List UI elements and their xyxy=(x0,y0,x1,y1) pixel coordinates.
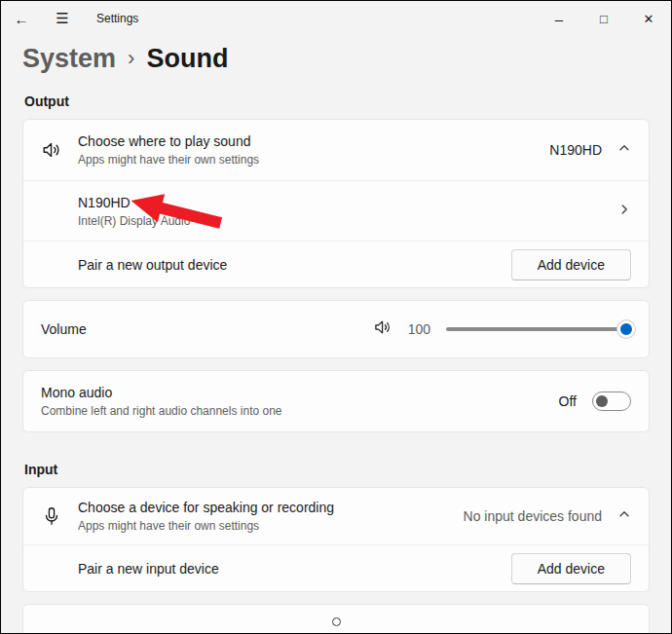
output-section-header: Output xyxy=(24,93,648,109)
minimize-button[interactable]: – xyxy=(537,1,581,36)
breadcrumb: System › Sound xyxy=(22,44,650,74)
output-device-description: Intel(R) Display Audio xyxy=(78,214,190,228)
menu-button[interactable]: ☰ xyxy=(42,2,83,35)
chevron-up-icon[interactable] xyxy=(617,507,631,525)
pair-input-row: Pair a new input device Add device xyxy=(23,544,649,591)
choose-input-text: Choose a device for speaking or recordin… xyxy=(78,500,334,533)
titlebar: ← ☰ Settings – □ ✕ xyxy=(1,1,671,36)
window-title: Settings xyxy=(96,12,138,25)
volume-card: Volume 100 xyxy=(22,300,650,358)
pair-output-label: Pair a new output device xyxy=(78,257,227,273)
mono-audio-toggle[interactable] xyxy=(592,392,631,411)
microphone-icon xyxy=(41,505,78,527)
minimize-icon: – xyxy=(555,11,563,27)
breadcrumb-system[interactable]: System xyxy=(22,44,116,74)
output-device-card: Choose where to play sound Apps might ha… xyxy=(22,119,650,288)
input-device-card: Choose a device for speaking or recordin… xyxy=(22,487,650,592)
partial-card xyxy=(22,604,650,634)
partial-icon xyxy=(332,617,341,626)
volume-slider[interactable] xyxy=(446,319,631,339)
choose-output-row[interactable]: Choose where to play sound Apps might ha… xyxy=(23,120,649,180)
mono-audio-title: Mono audio xyxy=(41,385,282,400)
speaker-icon xyxy=(41,139,78,161)
mono-audio-subtitle: Combine left and right audio channels in… xyxy=(41,404,282,418)
chevron-right-icon[interactable] xyxy=(617,203,631,220)
page-title: Sound xyxy=(146,44,228,74)
input-section-header: Input xyxy=(24,462,648,477)
mono-audio-row: Mono audio Combine left and right audio … xyxy=(23,371,649,431)
breadcrumb-separator: › xyxy=(128,46,134,71)
add-output-device-button[interactable]: Add device xyxy=(511,249,631,280)
pair-output-row: Pair a new output device Add device xyxy=(23,241,649,287)
back-icon: ← xyxy=(15,11,29,27)
input-devices-status: No input devices found xyxy=(464,508,602,524)
back-button[interactable]: ← xyxy=(1,2,42,35)
volume-speaker-icon[interactable] xyxy=(373,317,392,341)
volume-slider-track xyxy=(446,327,631,331)
choose-input-subtitle: Apps might have their own settings xyxy=(78,519,334,533)
volume-slider-thumb[interactable] xyxy=(617,320,635,338)
output-device-text: N190HD Intel(R) Display Audio xyxy=(78,195,190,228)
mono-audio-state: Off xyxy=(559,393,577,409)
settings-content: System › Sound Output Choose where to pl… xyxy=(1,44,671,634)
maximize-button[interactable]: □ xyxy=(581,1,626,36)
maximize-icon: □ xyxy=(600,12,608,26)
add-input-device-button[interactable]: Add device xyxy=(511,553,631,584)
choose-output-text: Choose where to play sound Apps might ha… xyxy=(78,133,259,167)
window-controls: – □ ✕ xyxy=(537,1,671,36)
output-device-row[interactable]: N190HD Intel(R) Display Audio xyxy=(23,180,649,241)
choose-output-subtitle: Apps might have their own settings xyxy=(78,153,259,167)
mono-audio-card: Mono audio Combine left and right audio … xyxy=(22,370,650,432)
choose-output-title: Choose where to play sound xyxy=(78,133,259,149)
mono-audio-text: Mono audio Combine left and right audio … xyxy=(41,385,282,418)
choose-input-row[interactable]: Choose a device for speaking or recordin… xyxy=(23,488,649,544)
hamburger-icon: ☰ xyxy=(56,10,68,27)
chevron-up-icon[interactable] xyxy=(617,141,631,159)
volume-value: 100 xyxy=(408,321,430,337)
settings-window: ← ☰ Settings – □ ✕ System › Sound Output xyxy=(0,0,672,634)
volume-label: Volume xyxy=(41,321,87,337)
selected-output-device: N190HD xyxy=(549,142,602,158)
choose-input-title: Choose a device for speaking or recordin… xyxy=(78,500,334,515)
pair-input-label: Pair a new input device xyxy=(78,561,219,577)
close-button[interactable]: ✕ xyxy=(626,1,671,36)
toggle-knob xyxy=(596,395,608,407)
volume-row: Volume 100 xyxy=(23,301,649,357)
output-device-name: N190HD xyxy=(78,195,190,210)
close-icon: ✕ xyxy=(644,12,654,26)
